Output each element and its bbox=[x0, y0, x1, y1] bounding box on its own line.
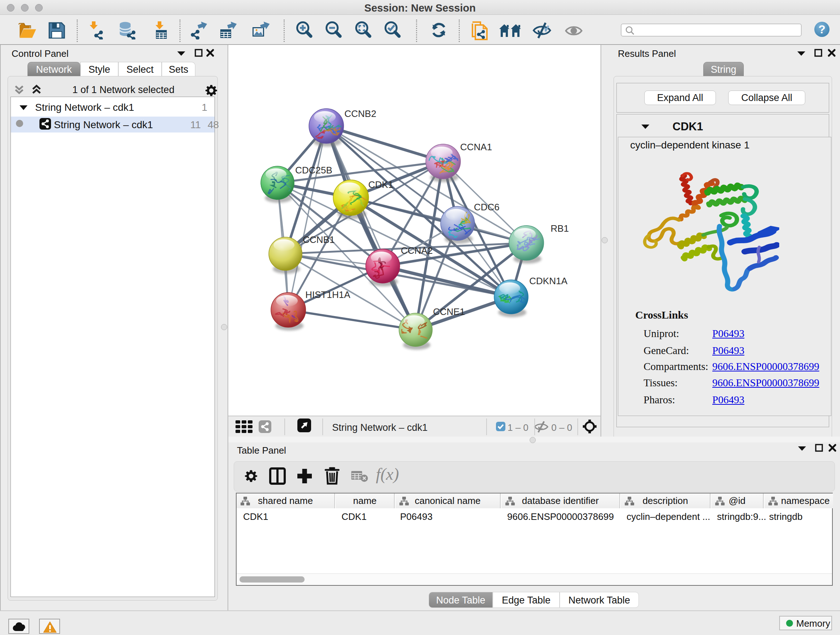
svg-text:CDC6: CDC6 bbox=[474, 202, 500, 212]
svg-text:CCNA1: CCNA1 bbox=[460, 141, 492, 152]
svg-text:CDK1: CDK1 bbox=[368, 179, 393, 190]
svg-text:CCNB2: CCNB2 bbox=[344, 108, 376, 119]
svg-text:CDKN1A: CDKN1A bbox=[529, 276, 568, 287]
svg-text:HIST1H1A: HIST1H1A bbox=[305, 289, 351, 300]
svg-text:CCNE1: CCNE1 bbox=[433, 306, 465, 317]
svg-text:?: ? bbox=[818, 23, 826, 36]
svg-text:RB1: RB1 bbox=[551, 223, 569, 234]
svg-text:CCNA2: CCNA2 bbox=[401, 245, 433, 256]
svg-text:CDC25B: CDC25B bbox=[295, 165, 332, 176]
svg-text:CCNB1: CCNB1 bbox=[303, 234, 335, 245]
